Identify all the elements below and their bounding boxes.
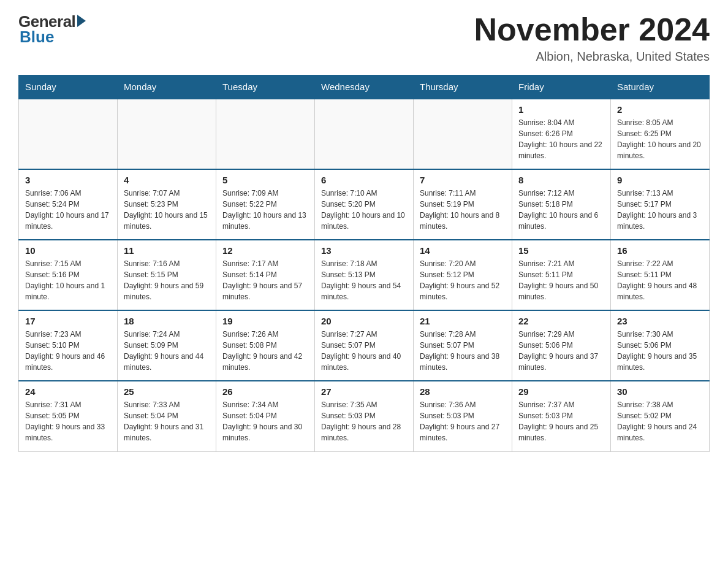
- header-row: SundayMondayTuesdayWednesdayThursdayFrid…: [19, 75, 710, 99]
- calendar-cell: [118, 99, 216, 169]
- header-cell-sunday: Sunday: [19, 75, 118, 99]
- title-block: November 2024 Albion, Nebraska, United S…: [474, 12, 710, 64]
- calendar-cell: 30Sunrise: 7:38 AMSunset: 5:02 PMDayligh…: [611, 381, 710, 451]
- day-info: Sunrise: 7:17 AMSunset: 5:14 PMDaylight:…: [222, 258, 308, 302]
- calendar-cell: 14Sunrise: 7:20 AMSunset: 5:12 PMDayligh…: [414, 240, 512, 310]
- calendar-cell: 1Sunrise: 8:04 AMSunset: 6:26 PMDaylight…: [512, 99, 611, 169]
- day-number: 12: [222, 245, 308, 256]
- day-info: Sunrise: 7:27 AMSunset: 5:07 PMDaylight:…: [321, 329, 407, 373]
- calendar-cell: 24Sunrise: 7:31 AMSunset: 5:05 PMDayligh…: [19, 381, 118, 451]
- calendar-cell: 23Sunrise: 7:30 AMSunset: 5:06 PMDayligh…: [611, 310, 710, 381]
- calendar-cell: 22Sunrise: 7:29 AMSunset: 5:06 PMDayligh…: [512, 310, 611, 381]
- day-info: Sunrise: 8:04 AMSunset: 6:26 PMDaylight:…: [518, 117, 604, 161]
- day-info: Sunrise: 7:24 AMSunset: 5:09 PMDaylight:…: [124, 329, 210, 373]
- day-info: Sunrise: 7:10 AMSunset: 5:20 PMDaylight:…: [321, 188, 407, 232]
- day-info: Sunrise: 8:05 AMSunset: 6:25 PMDaylight:…: [617, 117, 703, 161]
- day-number: 3: [25, 175, 111, 185]
- calendar-body: 1Sunrise: 8:04 AMSunset: 6:26 PMDaylight…: [19, 99, 710, 451]
- calendar-cell: 15Sunrise: 7:21 AMSunset: 5:11 PMDayligh…: [512, 240, 611, 310]
- day-info: Sunrise: 7:11 AMSunset: 5:19 PMDaylight:…: [420, 188, 506, 232]
- header-cell-thursday: Thursday: [414, 75, 512, 99]
- day-number: 13: [321, 245, 407, 256]
- day-number: 24: [25, 386, 111, 397]
- day-info: Sunrise: 7:20 AMSunset: 5:12 PMDaylight:…: [420, 258, 506, 302]
- day-info: Sunrise: 7:33 AMSunset: 5:04 PMDaylight:…: [124, 399, 210, 443]
- calendar-table: SundayMondayTuesdayWednesdayThursdayFrid…: [18, 75, 710, 452]
- calendar-header: SundayMondayTuesdayWednesdayThursdayFrid…: [19, 75, 710, 99]
- day-info: Sunrise: 7:36 AMSunset: 5:03 PMDaylight:…: [420, 399, 506, 443]
- header-cell-friday: Friday: [512, 75, 611, 99]
- day-number: 30: [617, 386, 703, 397]
- day-number: 29: [518, 386, 604, 397]
- day-number: 11: [124, 245, 210, 256]
- header-cell-wednesday: Wednesday: [315, 75, 414, 99]
- location-subtitle: Albion, Nebraska, United States: [474, 50, 710, 64]
- day-number: 27: [321, 386, 407, 397]
- calendar-cell: 21Sunrise: 7:28 AMSunset: 5:07 PMDayligh…: [414, 310, 512, 381]
- header-cell-saturday: Saturday: [611, 75, 710, 99]
- logo-arrow-icon: [77, 15, 86, 27]
- calendar-cell: 8Sunrise: 7:12 AMSunset: 5:18 PMDaylight…: [512, 169, 611, 240]
- day-info: Sunrise: 7:31 AMSunset: 5:05 PMDaylight:…: [25, 399, 111, 443]
- calendar-cell: 28Sunrise: 7:36 AMSunset: 5:03 PMDayligh…: [414, 381, 512, 451]
- day-info: Sunrise: 7:28 AMSunset: 5:07 PMDaylight:…: [420, 329, 506, 373]
- day-number: 23: [617, 316, 703, 326]
- day-number: 19: [222, 316, 308, 326]
- day-info: Sunrise: 7:35 AMSunset: 5:03 PMDaylight:…: [321, 399, 407, 443]
- day-info: Sunrise: 7:34 AMSunset: 5:04 PMDaylight:…: [222, 399, 308, 443]
- day-info: Sunrise: 7:29 AMSunset: 5:06 PMDaylight:…: [518, 329, 604, 373]
- calendar-week-0: 1Sunrise: 8:04 AMSunset: 6:26 PMDaylight…: [19, 99, 710, 169]
- day-info: Sunrise: 7:23 AMSunset: 5:10 PMDaylight:…: [25, 329, 111, 373]
- day-info: Sunrise: 7:07 AMSunset: 5:23 PMDaylight:…: [124, 188, 210, 232]
- day-info: Sunrise: 7:09 AMSunset: 5:22 PMDaylight:…: [222, 188, 308, 232]
- day-info: Sunrise: 7:13 AMSunset: 5:17 PMDaylight:…: [617, 188, 703, 232]
- day-number: 18: [124, 316, 210, 326]
- day-info: Sunrise: 7:38 AMSunset: 5:02 PMDaylight:…: [617, 399, 703, 443]
- day-number: 28: [420, 386, 506, 397]
- day-number: 5: [222, 175, 308, 185]
- calendar-cell: 19Sunrise: 7:26 AMSunset: 5:08 PMDayligh…: [216, 310, 315, 381]
- calendar-cell: 26Sunrise: 7:34 AMSunset: 5:04 PMDayligh…: [216, 381, 315, 451]
- calendar-cell: 16Sunrise: 7:22 AMSunset: 5:11 PMDayligh…: [611, 240, 710, 310]
- calendar-cell: 12Sunrise: 7:17 AMSunset: 5:14 PMDayligh…: [216, 240, 315, 310]
- calendar-cell: 3Sunrise: 7:06 AMSunset: 5:24 PMDaylight…: [19, 169, 118, 240]
- day-number: 17: [25, 316, 111, 326]
- header-cell-tuesday: Tuesday: [216, 75, 315, 99]
- calendar-cell: 29Sunrise: 7:37 AMSunset: 5:03 PMDayligh…: [512, 381, 611, 451]
- calendar-cell: 13Sunrise: 7:18 AMSunset: 5:13 PMDayligh…: [315, 240, 414, 310]
- logo: General Blue: [18, 12, 86, 47]
- day-number: 7: [420, 175, 506, 185]
- day-number: 20: [321, 316, 407, 326]
- day-number: 4: [124, 175, 210, 185]
- day-info: Sunrise: 7:06 AMSunset: 5:24 PMDaylight:…: [25, 188, 111, 232]
- calendar-cell: 9Sunrise: 7:13 AMSunset: 5:17 PMDaylight…: [611, 169, 710, 240]
- calendar-cell: 10Sunrise: 7:15 AMSunset: 5:16 PMDayligh…: [19, 240, 118, 310]
- calendar-week-1: 3Sunrise: 7:06 AMSunset: 5:24 PMDaylight…: [19, 169, 710, 240]
- day-info: Sunrise: 7:30 AMSunset: 5:06 PMDaylight:…: [617, 329, 703, 373]
- day-number: 25: [124, 386, 210, 397]
- calendar-cell: [315, 99, 414, 169]
- calendar-cell: 18Sunrise: 7:24 AMSunset: 5:09 PMDayligh…: [118, 310, 216, 381]
- day-info: Sunrise: 7:18 AMSunset: 5:13 PMDaylight:…: [321, 258, 407, 302]
- calendar-cell: 7Sunrise: 7:11 AMSunset: 5:19 PMDaylight…: [414, 169, 512, 240]
- day-number: 21: [420, 316, 506, 326]
- calendar-cell: 4Sunrise: 7:07 AMSunset: 5:23 PMDaylight…: [118, 169, 216, 240]
- day-info: Sunrise: 7:26 AMSunset: 5:08 PMDaylight:…: [222, 329, 308, 373]
- calendar-week-2: 10Sunrise: 7:15 AMSunset: 5:16 PMDayligh…: [19, 240, 710, 310]
- calendar-week-3: 17Sunrise: 7:23 AMSunset: 5:10 PMDayligh…: [19, 310, 710, 381]
- day-number: 1: [518, 104, 604, 115]
- day-number: 15: [518, 245, 604, 256]
- calendar-cell: 17Sunrise: 7:23 AMSunset: 5:10 PMDayligh…: [19, 310, 118, 381]
- calendar-cell: 11Sunrise: 7:16 AMSunset: 5:15 PMDayligh…: [118, 240, 216, 310]
- day-info: Sunrise: 7:15 AMSunset: 5:16 PMDaylight:…: [25, 258, 111, 302]
- day-number: 22: [518, 316, 604, 326]
- month-title: November 2024: [474, 12, 710, 47]
- day-number: 8: [518, 175, 604, 185]
- day-info: Sunrise: 7:22 AMSunset: 5:11 PMDaylight:…: [617, 258, 703, 302]
- day-info: Sunrise: 7:21 AMSunset: 5:11 PMDaylight:…: [518, 258, 604, 302]
- calendar-cell: 5Sunrise: 7:09 AMSunset: 5:22 PMDaylight…: [216, 169, 315, 240]
- day-info: Sunrise: 7:12 AMSunset: 5:18 PMDaylight:…: [518, 188, 604, 232]
- day-number: 6: [321, 175, 407, 185]
- day-info: Sunrise: 7:16 AMSunset: 5:15 PMDaylight:…: [124, 258, 210, 302]
- calendar-cell: 20Sunrise: 7:27 AMSunset: 5:07 PMDayligh…: [315, 310, 414, 381]
